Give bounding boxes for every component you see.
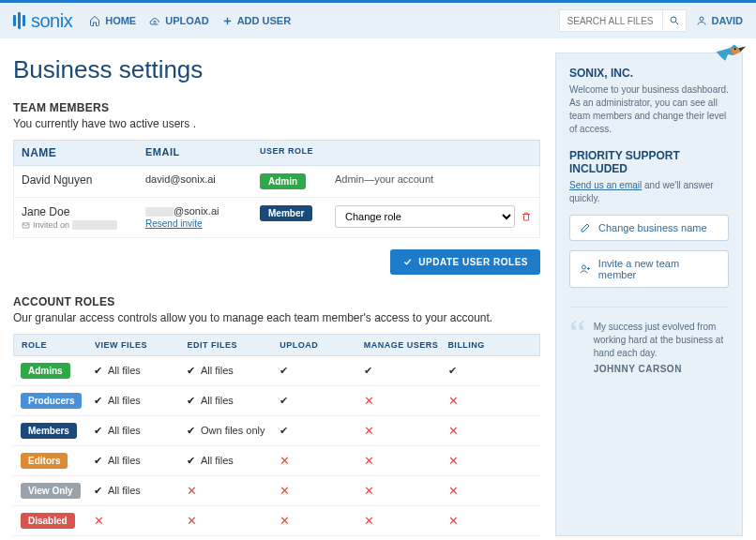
redacted-email-prefix	[145, 207, 174, 217]
team-table-header: NAME EMAIL USER ROLE	[13, 140, 540, 166]
search	[559, 9, 687, 32]
table-row: AdminsAll filesAll files✔✔✔	[13, 356, 540, 386]
table-row: View OnlyAll files✕✕✕✕	[13, 476, 540, 506]
table-row: EditorsAll filesAll files✕✕✕	[13, 446, 540, 476]
roles-subtext: Our granular access controls allow you t…	[13, 311, 540, 324]
check-icon	[94, 395, 108, 406]
invite-team-member-button[interactable]: Invite a new team member	[569, 250, 729, 288]
x-icon: ✕	[448, 514, 459, 528]
x-icon: ✕	[94, 514, 104, 528]
nav-add-user[interactable]: ADD USER	[222, 15, 291, 26]
role-badge: Admins	[21, 363, 70, 379]
check-icon	[187, 365, 201, 376]
member-email: david@sonix.ai	[145, 173, 260, 185]
role-badge: Members	[21, 423, 77, 439]
check-icon: ✔	[280, 365, 288, 376]
table-row: David Nguyen david@sonix.ai Admin Admin—…	[13, 166, 540, 198]
x-icon: ✕	[364, 394, 374, 408]
quote-mark-icon: “	[569, 321, 586, 374]
divider	[569, 307, 729, 308]
svg-point-1	[700, 17, 703, 21]
check-icon	[94, 425, 108, 436]
admin-note: Admin—your account	[335, 173, 433, 185]
x-icon: ✕	[448, 454, 459, 468]
support-heading: PRIORITY SUPPORT INCLUDED	[569, 149, 729, 175]
nav-home[interactable]: HOME	[89, 15, 136, 26]
delete-user-button[interactable]	[521, 211, 532, 222]
check-icon	[94, 365, 108, 376]
role-badge-admin: Admin	[260, 173, 306, 189]
user-plus-icon	[580, 263, 591, 275]
search-input[interactable]	[559, 9, 662, 32]
role-badge: Editors	[21, 453, 68, 469]
x-icon: ✕	[364, 484, 374, 498]
logo[interactable]: sonix	[13, 10, 72, 32]
svg-point-3	[734, 48, 736, 50]
kingfisher-icon	[712, 40, 748, 68]
change-business-name-button[interactable]: Change business name	[569, 215, 729, 241]
roles-heading: ACCOUNT ROLES	[13, 295, 540, 308]
check-icon: ✔	[364, 365, 372, 376]
member-name: David Nguyen	[22, 173, 145, 187]
member-name: Jane Doe	[22, 205, 145, 218]
update-user-roles-button[interactable]: UPDATE USER ROLES	[390, 249, 540, 275]
resend-invite-link[interactable]: Resend invite	[145, 218, 203, 229]
role-badge: Producers	[21, 393, 82, 409]
check-icon	[94, 485, 108, 496]
current-user[interactable]: DAVID	[696, 15, 743, 26]
envelope-icon	[22, 221, 30, 230]
trash-icon	[521, 211, 532, 222]
x-icon: ✕	[448, 394, 459, 408]
svg-point-0	[671, 17, 676, 22]
table-row: Disabled✕✕✕✕✕	[13, 506, 540, 536]
sidebar-company: SONIX, INC.	[569, 67, 729, 80]
support-text: Send us an email and we'll answer quickl…	[569, 179, 729, 205]
check-icon	[187, 395, 201, 406]
check-icon: ✔	[280, 425, 288, 436]
plus-icon	[222, 16, 233, 26]
search-icon	[669, 15, 680, 26]
page-title: Business settings	[13, 55, 540, 84]
user-icon	[696, 15, 707, 26]
role-badge-member: Member	[260, 205, 312, 221]
svg-point-4	[582, 265, 585, 269]
search-button[interactable]	[662, 9, 687, 32]
team-heading: TEAM MEMBERS	[13, 101, 540, 114]
upload-icon	[149, 15, 160, 26]
sidebar-welcome: Welcome to your business dashboard. As a…	[569, 83, 729, 136]
check-icon	[187, 455, 201, 466]
invited-label: Invited on	[22, 220, 145, 230]
role-badge: View Only	[21, 483, 81, 499]
quote: “ My success just evolved from working h…	[569, 321, 729, 374]
check-icon: ✔	[280, 395, 288, 406]
x-icon: ✕	[448, 424, 459, 438]
send-email-link[interactable]: Send us an email	[569, 180, 642, 190]
home-icon	[89, 15, 100, 26]
sidebar: SONIX, INC. Welcome to your business das…	[555, 52, 743, 536]
check-icon	[402, 257, 413, 267]
table-row: Jane Doe Invited on @sonix.ai Resend inv…	[13, 198, 540, 238]
roles-table-header: ROLE VIEW FILES EDIT FILES UPLOAD MANAGE…	[13, 334, 540, 356]
x-icon: ✕	[364, 424, 374, 438]
check-icon	[187, 425, 201, 436]
check-icon: ✔	[448, 365, 457, 376]
x-icon: ✕	[280, 514, 290, 528]
nav-upload[interactable]: UPLOAD	[149, 15, 208, 26]
team-members-section: TEAM MEMBERS You currently have two acti…	[13, 101, 540, 275]
brand-name: sonix	[31, 10, 72, 32]
x-icon: ✕	[187, 514, 197, 528]
check-icon	[94, 455, 108, 466]
quote-author: JOHNNY CARSON	[594, 364, 729, 374]
pencil-icon	[580, 222, 591, 233]
x-icon: ✕	[364, 454, 374, 468]
change-role-select[interactable]: Change role	[335, 205, 515, 228]
account-roles-section: ACCOUNT ROLES Our granular access contro…	[13, 295, 540, 536]
member-email: @sonix.ai	[145, 205, 260, 217]
top-nav: sonix HOME UPLOAD ADD USER DAVID	[0, 3, 756, 38]
role-badge: Disabled	[21, 513, 75, 529]
x-icon: ✕	[448, 484, 459, 498]
x-icon: ✕	[280, 454, 290, 468]
x-icon: ✕	[187, 484, 197, 498]
logo-icon	[13, 12, 25, 29]
x-icon: ✕	[364, 514, 374, 528]
